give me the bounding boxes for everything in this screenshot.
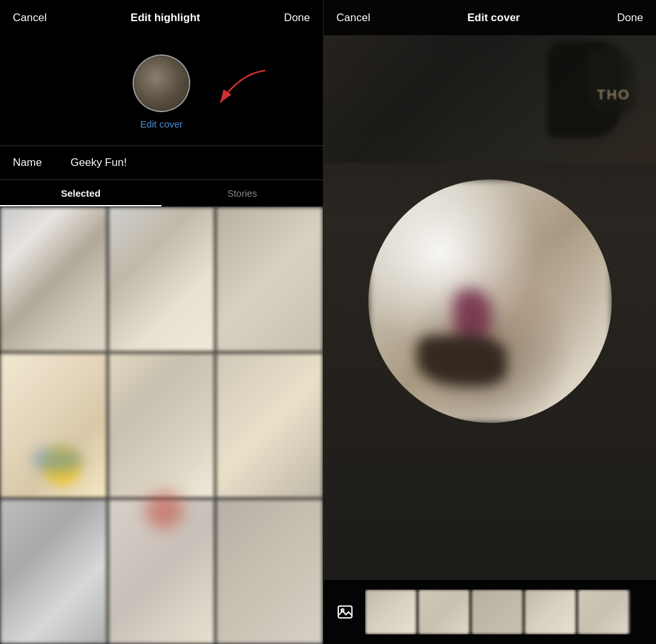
- left-cancel-button[interactable]: Cancel: [13, 12, 47, 24]
- wine-blob: [454, 289, 492, 340]
- grid-cell[interactable]: [216, 499, 323, 644]
- left-panel: Cancel Edit highlight Done Edit cover Na…: [0, 0, 324, 644]
- tabs-row: Selected Stories: [0, 180, 323, 207]
- stories-grid: [0, 207, 323, 644]
- grid-cell[interactable]: [0, 353, 107, 498]
- thumbnail-strip: [365, 590, 646, 634]
- right-done-button[interactable]: Done: [617, 12, 643, 24]
- thumbnail[interactable]: [365, 590, 416, 634]
- name-value[interactable]: Geeky Fun!: [70, 156, 127, 169]
- right-panel: Cancel Edit cover Done THO: [324, 0, 656, 644]
- grid-cell[interactable]: [216, 353, 323, 498]
- thumbnails: [365, 590, 646, 634]
- grid-cell[interactable]: [216, 207, 323, 352]
- grid-cell[interactable]: [108, 353, 215, 498]
- thumbnail[interactable]: [525, 590, 576, 634]
- thumbnail[interactable]: [578, 590, 629, 634]
- circle-image: [368, 179, 612, 423]
- grid-cell[interactable]: [108, 207, 215, 352]
- grid-cell[interactable]: [0, 499, 107, 644]
- left-title: Edit highlight: [131, 12, 201, 24]
- large-circle-preview[interactable]: [368, 179, 612, 423]
- right-nav-bar: Cancel Edit cover Done: [324, 0, 656, 35]
- color-spot: [145, 491, 184, 529]
- tab-selected[interactable]: Selected: [0, 180, 161, 206]
- cover-circle-image: [134, 56, 189, 111]
- left-done-button[interactable]: Done: [284, 12, 310, 24]
- name-label: Name: [13, 156, 51, 169]
- cover-section: Edit cover: [0, 35, 323, 145]
- thumbnail[interactable]: [472, 590, 523, 634]
- thumbnail[interactable]: [418, 590, 470, 634]
- right-cancel-button[interactable]: Cancel: [336, 12, 370, 24]
- bottom-strip: [324, 580, 656, 644]
- dark-blob: [417, 335, 507, 386]
- tab-stories[interactable]: Stories: [161, 180, 323, 206]
- left-nav-bar: Cancel Edit highlight Done: [0, 0, 323, 35]
- right-title: Edit cover: [468, 12, 520, 24]
- photo-library-button[interactable]: [333, 599, 359, 625]
- svg-rect-1: [338, 606, 352, 618]
- right-background: THO: [324, 35, 656, 644]
- edit-cover-button[interactable]: Edit cover: [140, 119, 183, 129]
- arrow-annotation: [208, 64, 272, 118]
- cover-circle[interactable]: [133, 54, 190, 112]
- grid-inner: [0, 207, 323, 644]
- name-row: Name Geeky Fun!: [0, 146, 323, 179]
- grid-cell[interactable]: [0, 207, 107, 352]
- top-text-overlay: THO: [597, 87, 630, 103]
